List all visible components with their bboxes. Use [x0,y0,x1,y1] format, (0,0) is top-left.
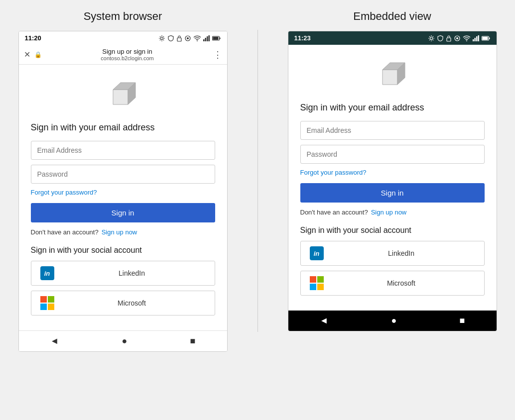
left-email-input[interactable] [31,141,215,160]
record-icon [184,35,191,42]
svg-rect-5 [203,39,205,41]
svg-rect-11 [213,37,218,40]
left-time: 11:20 [25,34,41,42]
gear-icon [158,35,165,42]
left-linkedin-button[interactable]: in LinkedIn [31,261,215,286]
right-column: Embedded view 11:23 [278,10,507,352]
signal-icon [203,35,210,41]
right-linkedin-label: LinkedIn [326,249,477,257]
right-linkedin-icon: in [310,246,324,260]
columns: System browser 11:20 [8,10,507,352]
left-square-nav[interactable]: ■ [190,336,196,346]
left-home-nav[interactable]: ● [122,336,128,346]
right-signin-button[interactable]: Sign in [300,183,485,203]
right-microsoft-button[interactable]: Microsoft [300,271,485,296]
right-password-input[interactable] [300,145,485,164]
right-email-input[interactable] [300,121,485,140]
left-no-account-row: Don't have an account? Sign up now [31,228,215,236]
left-column: System browser 11:20 [8,10,238,352]
svg-point-15 [430,37,432,39]
svg-point-0 [160,37,163,39]
right-signal-icon [473,35,480,41]
left-phone-frame: 11:20 [18,31,228,352]
wifi-icon [193,35,201,41]
svg-rect-1 [177,38,181,41]
svg-rect-25 [489,37,490,39]
browser-close-icon[interactable]: ✕ [24,50,30,59]
right-forgot-link[interactable]: Forgot your password? [300,169,485,176]
right-title: Embedded view [353,10,431,23]
right-cube-container [300,55,485,95]
svg-rect-10 [219,37,220,39]
left-signin-button[interactable]: Sign in [31,203,215,222]
right-content: Sign in with your email address Forgot y… [288,45,497,311]
right-signin-heading: Sign in with your email address [300,103,485,113]
right-status-icons [428,35,491,42]
right-microsoft-icon [310,276,324,290]
svg-point-18 [456,37,458,39]
browser-url: contoso.b2clogin.com [101,55,153,61]
browser-address: Sign up or sign in contoso.b2clogin.com [46,48,209,61]
left-linkedin-label: LinkedIn [56,269,208,277]
svg-rect-16 [447,38,451,41]
left-nav-bar: ◄ ● ■ [19,330,227,351]
right-signup-link[interactable]: Sign up now [371,209,407,216]
svg-point-19 [466,40,467,41]
left-microsoft-button[interactable]: Microsoft [31,291,215,315]
svg-rect-8 [208,35,210,41]
left-social-heading: Sign in with your social account [31,246,215,255]
right-linkedin-button[interactable]: in LinkedIn [300,241,485,266]
page-wrapper: System browser 11:20 [8,10,507,352]
right-social-heading: Sign in with your social account [300,226,485,235]
left-title: System browser [84,10,162,23]
left-password-input[interactable] [31,165,215,184]
svg-point-3 [187,37,189,39]
left-status-icons [158,35,221,42]
left-browser-bar[interactable]: ✕ 🔒 Sign up or sign in contoso.b2clogin.… [19,45,227,65]
browser-menu-icon[interactable]: ⋮ [213,49,222,60]
cube-icon [103,75,143,114]
right-microsoft-label: Microsoft [326,279,477,287]
svg-rect-7 [207,36,208,41]
right-gear-icon [428,35,435,42]
shield-icon [167,35,174,42]
right-no-account-text: Don't have an account? [300,209,368,216]
left-cube-container [31,75,215,114]
svg-rect-6 [205,38,206,41]
left-no-account-text: Don't have an account? [31,228,99,236]
right-wifi-icon [463,35,471,41]
svg-marker-12 [113,90,128,105]
left-back-nav[interactable]: ◄ [50,336,59,346]
right-time: 11:23 [294,34,311,42]
column-divider [258,30,258,332]
right-shield-icon [437,35,444,42]
svg-rect-26 [482,37,488,40]
svg-rect-21 [474,38,476,41]
browser-lock-icon: 🔒 [34,51,42,58]
right-record-icon [454,35,461,42]
left-signin-heading: Sign in with your email address [31,122,215,133]
browser-title: Sign up or sign in [102,48,152,55]
microsoft-icon [40,296,54,310]
left-microsoft-label: Microsoft [56,299,208,307]
linkedin-icon: in [40,266,54,280]
right-no-account-row: Don't have an account? Sign up now [300,209,485,216]
right-back-nav[interactable]: ◄ [320,315,329,326]
right-status-bar: 11:23 [288,31,497,45]
svg-rect-20 [473,39,474,41]
left-content: Sign in with your email address Forgot y… [19,65,227,330]
lock-icon [176,35,182,42]
left-signup-link[interactable]: Sign up now [102,228,137,236]
right-phone-frame: 11:23 [288,31,497,331]
svg-rect-22 [476,36,478,41]
svg-point-4 [197,40,198,41]
right-nav-bar: ◄ ● ■ [288,311,497,331]
battery-icon [212,36,221,41]
right-cube-icon [373,55,412,95]
left-status-bar: 11:20 [19,31,227,45]
right-home-nav[interactable]: ● [391,315,397,326]
svg-rect-23 [478,35,479,41]
left-forgot-link[interactable]: Forgot your password? [31,189,215,196]
right-square-nav[interactable]: ■ [460,315,465,326]
svg-marker-27 [383,70,397,85]
